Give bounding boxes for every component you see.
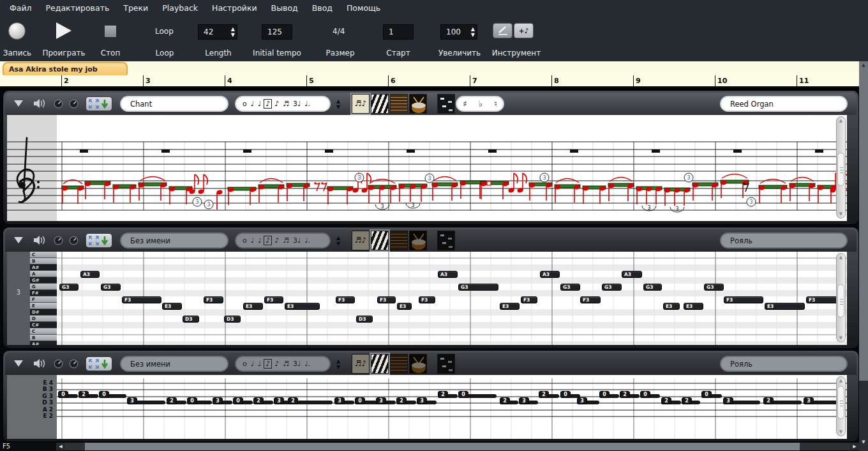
pencil-tool-button[interactable] [493, 23, 513, 38]
tab-note-fret[interactable]: 2 [253, 397, 264, 404]
tab-note-fret[interactable]: 3 [376, 397, 386, 404]
scroll-up-icon[interactable]: ▲ [859, 63, 868, 68]
menu-item-4[interactable]: Настройки [205, 0, 264, 17]
pianoroll-note[interactable]: F3 [580, 296, 601, 303]
meter-value[interactable]: 4/4 [333, 27, 345, 36]
duration-7-button[interactable]: ♩. [303, 236, 311, 245]
record-icon[interactable] [8, 22, 26, 40]
piano-key-G[interactable]: G [30, 284, 57, 290]
tab-note-fret[interactable]: 3 [213, 397, 223, 404]
pianoroll-note[interactable]: D3 [183, 316, 199, 323]
tab-note-fret[interactable]: 3 [417, 397, 427, 404]
tab-note-fret[interactable]: 0 [458, 391, 468, 398]
pianoroll-note[interactable]: G3 [458, 284, 498, 291]
duration-1-button[interactable]: ♩ [250, 100, 255, 108]
tab-note-fret[interactable]: 0 [233, 397, 243, 404]
accidental-0-button[interactable]: ♯ [463, 99, 467, 109]
duration-1-button[interactable]: ♩ [250, 236, 255, 245]
menu-item-2[interactable]: Треки [116, 0, 155, 17]
pianoroll-note[interactable]: F3 [336, 296, 355, 303]
duration-spinner[interactable]: ▲▼ [333, 234, 343, 247]
tab-note-fret[interactable]: 0 [187, 397, 197, 404]
length-spinbox[interactable]: 42 ▲▼ [198, 24, 237, 40]
accidental-1-button[interactable]: ♭ [479, 99, 483, 109]
scroll-down-icon[interactable]: ▼ [837, 429, 845, 434]
tab-note-fret[interactable]: 2 [396, 397, 407, 404]
view-guitar-button[interactable] [390, 354, 408, 374]
duration-4-button[interactable]: ♪ [273, 236, 280, 245]
speaker-icon[interactable] [33, 358, 46, 372]
view-piano-button[interactable] [371, 94, 389, 114]
scroll-down-icon[interactable]: ▼ [837, 211, 845, 217]
pianoroll-note[interactable]: A3 [438, 271, 458, 278]
tab-note-fret[interactable]: 0 [560, 391, 571, 398]
scroll-right-icon[interactable]: ▶ [850, 443, 859, 450]
start-field[interactable]: 1 [383, 24, 414, 40]
measure-ruler[interactable]: 234567891011 [0, 75, 860, 88]
duration-4-button[interactable]: ♪ [273, 360, 280, 368]
pianoroll-note[interactable]: F3 [122, 296, 161, 303]
pianoroll-note[interactable]: G3 [101, 284, 121, 291]
piano-key-G#[interactable]: G# [30, 277, 57, 284]
duration-2-button[interactable]: ♩ [257, 360, 262, 368]
pianoroll-note[interactable]: F3 [377, 296, 396, 303]
piano-key-D[interactable]: D [30, 316, 57, 322]
volume-knob-icon[interactable] [54, 236, 63, 248]
piano-key-B[interactable]: B [30, 258, 57, 264]
view-drum-button[interactable] [409, 231, 427, 250]
tab-note-fret[interactable]: 2 [79, 391, 89, 398]
menu-item-7[interactable]: Помощь [340, 0, 387, 17]
pianoroll-note[interactable]: E3 [397, 303, 412, 310]
collapse-track-icon[interactable] [14, 100, 23, 107]
pianoroll-note[interactable]: G3 [59, 284, 79, 291]
zoom-spin-arrows[interactable]: ▲▼ [471, 26, 475, 38]
speaker-icon[interactable] [33, 234, 46, 248]
duration-6-button[interactable]: 3♩ [292, 236, 302, 245]
duration-5-button[interactable]: ♬ [281, 360, 290, 368]
collapse-track-icon[interactable] [14, 237, 23, 243]
song-tab[interactable]: Asa Akira stole my job [3, 62, 128, 75]
pianoroll-note[interactable]: D3 [356, 316, 373, 323]
tab-note-fret[interactable]: 0 [355, 397, 365, 404]
horizontal-scrollbar-thumb[interactable] [85, 443, 800, 450]
view-tracker-button[interactable] [437, 94, 455, 114]
scrollbar-thumb[interactable] [837, 284, 844, 317]
length-spin-arrows[interactable]: ▲▼ [231, 26, 235, 38]
view-guitar-button[interactable] [390, 94, 408, 114]
duration-3-button[interactable]: ♪ [264, 359, 272, 369]
tempo-field[interactable]: 125 [262, 24, 292, 40]
instrument-field[interactable]: Рояль [720, 233, 848, 248]
view-notation-button[interactable]: ♬♪ [352, 94, 370, 114]
pianoroll-canvas[interactable]: 3CBA#AG#GF#FED#DC#CBA#G3A3G3F3E3D3F3D3E3… [7, 252, 847, 345]
duration-0-button[interactable]: o [241, 360, 248, 368]
tab-note-fret[interactable]: 2 [288, 397, 298, 404]
piano-key-D#[interactable]: D# [30, 309, 57, 316]
view-notation-button[interactable]: ♬♪ [352, 231, 370, 250]
tab-note-fret[interactable]: 0 [701, 391, 712, 398]
duration-6-button[interactable]: 3♩ [292, 100, 302, 108]
duration-6-button[interactable]: 3♩ [292, 360, 302, 368]
track-vertical-scrollbar[interactable]: ▲▼ [836, 376, 846, 436]
notation-canvas[interactable]: 33333333333▲▼ [7, 115, 847, 221]
pianoroll-note[interactable]: G3 [602, 284, 622, 291]
duration-2-button[interactable]: ♩ [257, 236, 262, 245]
track-name-field[interactable]: Без имени [120, 233, 228, 248]
piano-key-C[interactable]: C [30, 252, 57, 258]
tab-canvas[interactable]: E 4B 3G 3D 3A 2E 20203203023230323202320… [7, 375, 847, 439]
track-name-field[interactable]: Без имени [120, 356, 228, 372]
pianoroll-note[interactable]: D3 [224, 316, 241, 323]
piano-key-E[interactable]: E [30, 303, 57, 309]
view-drum-button[interactable] [409, 94, 427, 114]
tab-note-fret[interactable]: 2 [438, 391, 448, 398]
view-tracker-button[interactable] [437, 231, 455, 250]
track-name-field[interactable]: Chant [120, 96, 228, 112]
pianoroll-note[interactable]: E3 [243, 303, 263, 310]
expand-import-button[interactable] [86, 233, 112, 248]
duration-2-button[interactable]: ♩ [257, 100, 262, 108]
pianoroll-note[interactable]: A3 [80, 271, 100, 278]
scroll-up-icon[interactable]: ▲ [837, 378, 845, 383]
tab-note-fret[interactable]: 0 [640, 391, 650, 398]
scroll-down-icon[interactable]: ▼ [837, 335, 845, 340]
tab-note-fret[interactable]: 3 [723, 397, 733, 404]
track-vertical-scrollbar[interactable]: ▲▼ [836, 253, 846, 342]
